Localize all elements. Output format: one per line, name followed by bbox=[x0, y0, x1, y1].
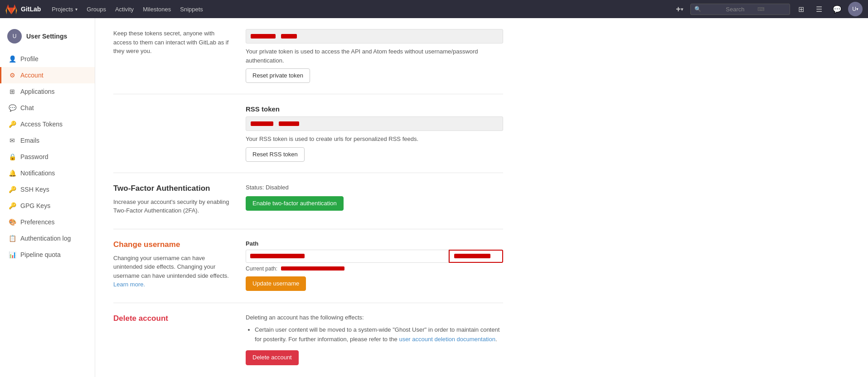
private-token-description: Keep these tokens secret, anyone with ac… bbox=[113, 29, 231, 56]
tfa-left: Two-Factor Authentication Increase your … bbox=[113, 184, 231, 218]
sidebar-item-preferences[interactable]: 🎨 Preferences bbox=[0, 214, 95, 230]
gpg-icon: 🔑 bbox=[9, 202, 16, 209]
email-icon: ✉ bbox=[9, 137, 16, 144]
learn-more-link[interactable]: Learn more. bbox=[113, 281, 145, 288]
delete-left: Delete account bbox=[113, 314, 231, 365]
sidebar-item-pipeline-quota[interactable]: 📊 Pipeline quota bbox=[0, 246, 95, 263]
nav-milestones[interactable]: Milestones bbox=[139, 4, 175, 14]
rss-token-right: RSS token Your RSS token is used to crea… bbox=[246, 105, 503, 162]
nav-groups[interactable]: Groups bbox=[83, 4, 110, 14]
tfa-right: Status: Disabled Enable two-factor authe… bbox=[246, 184, 503, 218]
ssh-key-icon: 🔑 bbox=[9, 186, 16, 193]
path-label: Path bbox=[246, 240, 503, 247]
sidebar-item-emails[interactable]: ✉ Emails bbox=[0, 132, 95, 149]
nav-projects[interactable]: Projects ▾ bbox=[48, 4, 81, 14]
sidebar-item-gpg-keys[interactable]: 🔑 GPG Keys bbox=[0, 198, 95, 214]
username-redacted-right bbox=[454, 254, 490, 258]
section-divider-3 bbox=[113, 229, 503, 229]
username-input-left[interactable] bbox=[246, 250, 449, 263]
plus-icon[interactable]: +▾ bbox=[672, 2, 687, 16]
delete-effects-intro: Deleting an account has the following ef… bbox=[246, 314, 503, 321]
projects-chevron-icon: ▾ bbox=[75, 7, 78, 12]
sidebar-item-auth-log[interactable]: 📋 Authentication log bbox=[0, 230, 95, 246]
sidebar-item-chat[interactable]: 💬 Chat bbox=[0, 100, 95, 116]
auth-log-icon: 📋 bbox=[9, 235, 16, 242]
rss-token-note: Your RSS token is used to create urls fo… bbox=[246, 135, 503, 144]
section-divider-4 bbox=[113, 303, 503, 303]
gitlab-logo bbox=[5, 3, 17, 15]
sidebar-header: U User Settings bbox=[0, 25, 95, 51]
reset-rss-token-button[interactable]: Reset RSS token bbox=[246, 147, 305, 162]
private-token-left: Keep these tokens secret, anyone with ac… bbox=[113, 29, 231, 83]
sidebar-item-password[interactable]: 🔒 Password bbox=[0, 149, 95, 165]
sidebar-avatar: U bbox=[7, 29, 22, 44]
username-input-highlight[interactable] bbox=[449, 250, 503, 263]
lock-icon: 🔒 bbox=[9, 153, 16, 160]
nav-activity[interactable]: Activity bbox=[112, 4, 137, 14]
delete-account-heading: Delete account bbox=[113, 314, 231, 323]
preferences-icon: 🎨 bbox=[9, 218, 16, 226]
reset-private-token-button[interactable]: Reset private token bbox=[246, 68, 310, 83]
rss-token-value bbox=[251, 121, 299, 126]
sidebar-item-profile[interactable]: 👤 Profile bbox=[0, 51, 95, 67]
delete-account-button[interactable]: Delete account bbox=[246, 350, 299, 365]
private-token-note: Your private token is used to access the… bbox=[246, 47, 503, 65]
sidebar-item-notifications[interactable]: 🔔 Notifications bbox=[0, 165, 95, 181]
todo-icon[interactable]: ☰ bbox=[812, 2, 826, 16]
delete-doc-link[interactable]: user account deletion documentation bbox=[399, 336, 495, 343]
search-placeholder: Search bbox=[726, 6, 754, 13]
change-username-description: Changing your username can have unintend… bbox=[113, 254, 231, 289]
account-icon: ⚙ bbox=[9, 72, 16, 79]
sidebar-title: User Settings bbox=[26, 33, 67, 40]
tfa-heading: Two-Factor Authentication bbox=[113, 184, 231, 193]
pipeline-icon: 📊 bbox=[9, 251, 16, 258]
sidebar-item-account[interactable]: ⚙ Account bbox=[0, 67, 95, 83]
delete-right: Deleting an account has the following ef… bbox=[246, 314, 503, 365]
change-username-heading: Change username bbox=[113, 240, 231, 249]
username-right: Path bbox=[246, 240, 503, 292]
tfa-status: Status: Disabled bbox=[246, 184, 503, 191]
main-content: Keep these tokens secret, anyone with ac… bbox=[95, 18, 868, 377]
nav-snippets[interactable]: Snippets bbox=[176, 4, 207, 14]
private-token-section: Keep these tokens secret, anyone with ac… bbox=[113, 29, 503, 83]
rss-token-left bbox=[113, 105, 231, 162]
layout-icon[interactable]: ⊞ bbox=[794, 2, 808, 16]
current-path-text: Current path: bbox=[246, 266, 503, 272]
sidebar: U User Settings 👤 Profile ⚙ Account ⊞ Ap… bbox=[0, 18, 95, 377]
rss-token-label: RSS token bbox=[246, 105, 503, 113]
update-username-button[interactable]: Update username bbox=[246, 276, 306, 291]
change-username-section: Change username Changing your username c… bbox=[113, 240, 503, 292]
section-divider-2 bbox=[113, 173, 503, 173]
brand-name: GitLab bbox=[21, 5, 41, 13]
two-factor-section: Two-Factor Authentication Increase your … bbox=[113, 184, 503, 218]
nav-items: Projects ▾ Groups Activity Milestones Sn… bbox=[48, 4, 207, 14]
delete-account-section: Delete account Deleting an account has t… bbox=[113, 314, 503, 365]
private-token-value bbox=[251, 34, 297, 39]
delete-effect-item: Certain user content will be moved to a … bbox=[255, 325, 503, 344]
content-section: Keep these tokens secret, anyone with ac… bbox=[113, 29, 503, 365]
tfa-description: Increase your account's security by enab… bbox=[113, 198, 231, 215]
username-input-wrapper bbox=[246, 250, 503, 263]
navbar: GitLab Projects ▾ Groups Activity Milest… bbox=[0, 0, 868, 18]
current-path-value bbox=[281, 266, 344, 271]
user-icon: 👤 bbox=[9, 55, 16, 63]
sidebar-item-applications[interactable]: ⊞ Applications bbox=[0, 83, 95, 100]
section-divider-1 bbox=[113, 94, 503, 94]
applications-icon: ⊞ bbox=[9, 88, 16, 95]
chat-icon[interactable]: 💬 bbox=[830, 2, 844, 16]
chat-sidebar-icon: 💬 bbox=[9, 104, 16, 111]
user-avatar-button[interactable]: U ▾ bbox=[848, 2, 863, 16]
username-left: Change username Changing your username c… bbox=[113, 240, 231, 292]
private-token-field bbox=[246, 29, 503, 44]
brand[interactable]: GitLab bbox=[5, 3, 41, 15]
sidebar-item-access-tokens[interactable]: 🔑 Access Tokens bbox=[0, 116, 95, 132]
page-layout: U User Settings 👤 Profile ⚙ Account ⊞ Ap… bbox=[0, 18, 868, 377]
search-bar[interactable]: 🔍 Search ⌨ bbox=[690, 4, 790, 15]
enable-2fa-button[interactable]: Enable two-factor authentication bbox=[246, 196, 344, 211]
rss-token-section: RSS token Your RSS token is used to crea… bbox=[113, 105, 503, 162]
nav-right: +▾ 🔍 Search ⌨ ⊞ ☰ 💬 U ▾ bbox=[672, 2, 863, 16]
delete-effects-list: Certain user content will be moved to a … bbox=[255, 325, 503, 344]
sidebar-item-ssh-keys[interactable]: 🔑 SSH Keys bbox=[0, 181, 95, 198]
rss-token-field bbox=[246, 116, 503, 131]
bell-icon: 🔔 bbox=[9, 169, 16, 177]
